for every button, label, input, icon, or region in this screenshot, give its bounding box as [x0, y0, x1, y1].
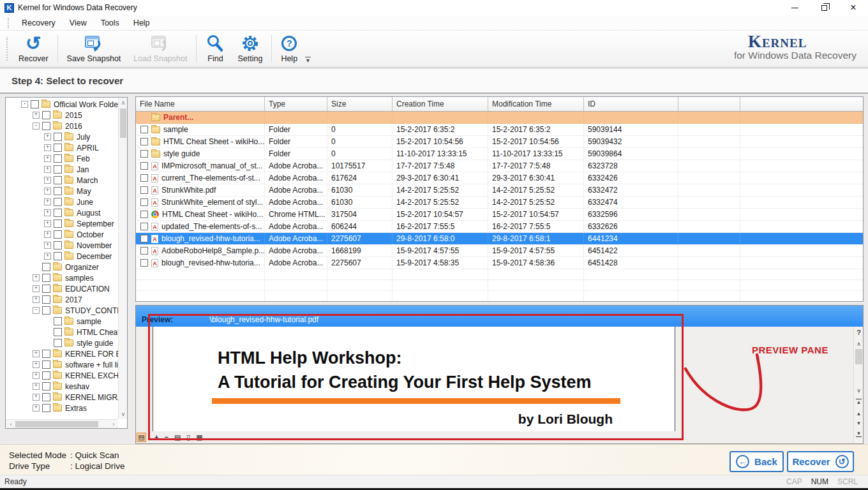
expand-icon[interactable]: + — [33, 350, 40, 357]
restore-button[interactable] — [809, 0, 839, 15]
tree-checkbox[interactable] — [54, 187, 62, 195]
setting-button[interactable]: Setting — [231, 31, 269, 67]
last-page-icon[interactable]: ▼ — [856, 431, 862, 437]
table-row[interactable]: Aupdated_The-elements-of-s...Adobe Acrob… — [136, 221, 863, 233]
tree-item[interactable]: +KERNEL FOR EXC — [6, 348, 118, 359]
expand-icon[interactable]: + — [44, 155, 51, 162]
table-row[interactable]: AStrunkWhite.pdfAdobe Acroba...6103014-2… — [136, 184, 863, 197]
tree-item[interactable]: +Extras — [6, 403, 118, 413]
tree-checkbox[interactable] — [54, 241, 62, 249]
column-type[interactable]: Type — [265, 97, 327, 111]
tree-item[interactable]: Organizer — [6, 262, 118, 272]
scrollbar-thumb[interactable] — [120, 108, 126, 138]
recover-button[interactable]: Recover ↺ — [787, 451, 854, 472]
tree-checkbox[interactable] — [42, 111, 50, 119]
expand-icon[interactable]: + — [33, 394, 40, 401]
expand-icon[interactable]: + — [44, 188, 51, 195]
tree-item[interactable]: +APRIL — [6, 142, 118, 153]
menu-help[interactable]: Help — [126, 17, 157, 29]
expand-icon[interactable]: + — [33, 112, 40, 119]
find-button[interactable]: Find — [199, 31, 231, 67]
tree-checkbox[interactable] — [42, 122, 50, 130]
tree-checkbox[interactable] — [42, 295, 50, 304]
table-row[interactable]: HTML Cheat Sheet - wikiHo...Folder015-2-… — [136, 136, 863, 148]
table-row[interactable]: HTML Cheat Sheet - wikiHo...Chrome HTML.… — [136, 209, 863, 221]
column-size[interactable]: Size — [327, 97, 393, 111]
expand-icon[interactable]: + — [33, 361, 40, 368]
back-button[interactable]: ← Back — [730, 451, 784, 472]
tree-checkbox[interactable] — [54, 133, 62, 141]
tree-checkbox[interactable] — [54, 317, 62, 325]
tree-checkbox[interactable] — [42, 350, 50, 358]
tree-item[interactable]: +September — [6, 218, 118, 229]
scrollbar-thumb[interactable] — [15, 421, 98, 427]
context-help-icon[interactable]: ? — [854, 329, 864, 336]
row-checkbox[interactable] — [140, 126, 148, 133]
column-file-name[interactable]: File Name — [136, 97, 265, 111]
row-checkbox[interactable] — [140, 138, 148, 145]
thumbnail-panel-icon[interactable]: ▤ — [137, 433, 146, 442]
tree-checkbox[interactable] — [54, 209, 62, 217]
expand-icon[interactable]: + — [44, 231, 51, 238]
toolbar-overflow-icon[interactable]: ▼ — [305, 57, 311, 63]
table-row[interactable]: style guideFolder011-10-2017 13:33:1511-… — [136, 148, 863, 160]
table-row[interactable]: Parent... — [136, 112, 863, 124]
tree-item[interactable]: +December — [6, 251, 118, 262]
column-modification-time[interactable]: Modification Time — [488, 97, 584, 111]
expand-icon[interactable]: + — [44, 177, 51, 184]
table-row[interactable]: Ablough_revised-hhw-tutoria...Adobe Acro… — [136, 257, 863, 269]
tree-item[interactable]: +November — [6, 240, 118, 251]
expand-icon[interactable]: + — [33, 296, 40, 303]
tree-item[interactable]: style guide — [6, 338, 118, 348]
tree-item[interactable]: +KERNEL EXCHAN — [6, 370, 118, 381]
recover-toolbar-button[interactable]: ↺ Recover — [12, 31, 55, 67]
first-page-icon[interactable]: ▲ — [856, 399, 862, 405]
multi-page-icon[interactable]: ▦ — [196, 433, 202, 442]
tree-checkbox[interactable] — [42, 274, 50, 282]
tree-item[interactable]: +May — [6, 186, 118, 197]
tree-item[interactable]: +2015 — [6, 110, 118, 121]
previous-page-icon[interactable]: ▲ — [854, 411, 864, 417]
expand-icon[interactable]: + — [44, 209, 51, 216]
single-page-icon[interactable]: ▯ — [186, 433, 190, 442]
tree-checkbox[interactable] — [54, 176, 62, 184]
menu-view[interactable]: View — [63, 17, 94, 29]
row-checkbox[interactable] — [140, 259, 148, 267]
menu-recovery[interactable]: Recovery — [15, 17, 63, 29]
tree-item[interactable]: +software + full li — [6, 359, 118, 370]
expand-icon[interactable]: + — [44, 166, 51, 173]
column-id[interactable]: ID — [584, 97, 678, 111]
tree-checkbox[interactable] — [31, 100, 39, 108]
collapse-icon[interactable]: - — [21, 101, 28, 108]
close-button[interactable]: × — [839, 0, 868, 15]
row-checkbox[interactable] — [140, 162, 148, 170]
row-checkbox[interactable] — [140, 247, 148, 255]
row-checkbox[interactable] — [140, 198, 148, 206]
help-button[interactable]: ? Help — [274, 31, 304, 67]
expand-icon[interactable]: + — [44, 144, 51, 151]
expand-icon[interactable]: + — [44, 242, 51, 249]
table-row[interactable]: AAdobeRoboHelp8_Sample.p...Adobe Acroba.… — [136, 245, 863, 257]
expand-icon[interactable]: + — [33, 372, 40, 379]
tree-item[interactable]: -2016 — [6, 121, 118, 131]
tree-item[interactable]: +EDUCATION — [6, 283, 118, 294]
tree-checkbox[interactable] — [54, 252, 62, 260]
tree-checkbox[interactable] — [54, 144, 62, 152]
tree-item[interactable]: +Feb — [6, 153, 118, 164]
expand-icon[interactable]: + — [33, 405, 40, 412]
scroll-down-icon[interactable]: ∨ — [854, 387, 864, 394]
tree-checkbox[interactable] — [54, 328, 62, 336]
tree-vertical-scrollbar[interactable]: ∧ ∨ — [118, 98, 127, 419]
preview-vertical-scrollbar[interactable]: ? ∧ ∨ ▲ ▲ ▼ ▼ — [853, 327, 863, 443]
scroll-left-icon[interactable]: ‹ — [6, 421, 15, 427]
tree-item[interactable]: +keshav — [6, 381, 118, 392]
collapse-icon[interactable]: - — [33, 307, 40, 314]
tree-item[interactable]: +Jan — [6, 164, 118, 175]
row-checkbox[interactable] — [140, 235, 148, 242]
minimize-button[interactable] — [780, 0, 809, 15]
menu-tools[interactable]: Tools — [94, 17, 126, 29]
row-checkbox[interactable] — [140, 150, 148, 158]
expand-icon[interactable]: + — [44, 253, 51, 260]
column-creation-time[interactable]: Creation Time — [393, 97, 488, 111]
scroll-right-icon[interactable]: › — [110, 421, 117, 427]
